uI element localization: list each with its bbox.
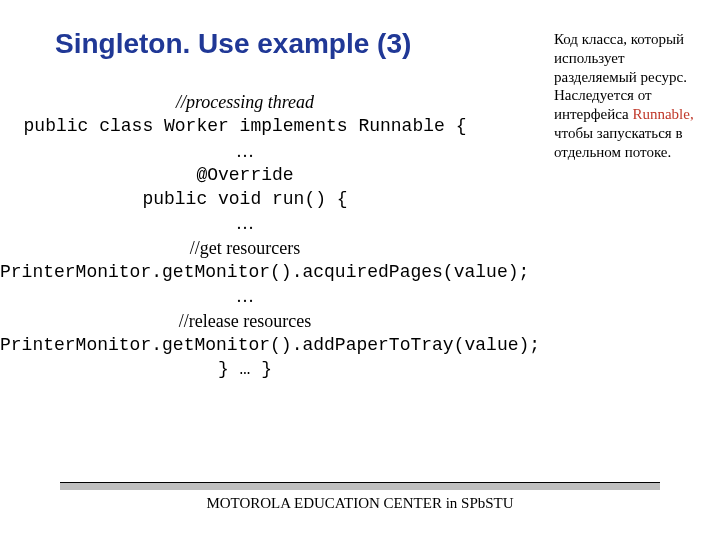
code-line-9: … bbox=[0, 284, 490, 308]
sidebar-text-2: чтобы запускаться в отдельном потоке. bbox=[554, 125, 683, 160]
code-line-4: @Override bbox=[0, 163, 490, 187]
code-line-3: … bbox=[0, 139, 490, 163]
footer-text: MOTOROLA EDUCATION CENTER in SPbSTU bbox=[0, 495, 720, 512]
sidebar-highlight: Runnable, bbox=[632, 106, 693, 122]
code-line-6: … bbox=[0, 211, 490, 235]
code-line-10: //release resources bbox=[0, 309, 490, 333]
code-line-2: public class Worker implements Runnable … bbox=[0, 114, 490, 138]
code-line-11: PrinterMonitor.getMonitor().addPaperToTr… bbox=[0, 333, 490, 357]
slide: Singleton. Use example (3) Код класса, к… bbox=[0, 0, 720, 540]
sidebar-note: Код класса, который использует разделяем… bbox=[554, 30, 702, 161]
code-line-5: public void run() { bbox=[0, 187, 490, 211]
code-block: //processing thread public class Worker … bbox=[0, 90, 490, 382]
footer-bar bbox=[60, 483, 660, 490]
slide-title: Singleton. Use example (3) bbox=[55, 28, 411, 60]
code-line-8: PrinterMonitor.getMonitor().acquiredPage… bbox=[0, 260, 490, 284]
code-line-1: //processing thread bbox=[0, 90, 490, 114]
code-line-12: } … } bbox=[0, 357, 490, 381]
code-line-7: //get resourcers bbox=[0, 236, 490, 260]
